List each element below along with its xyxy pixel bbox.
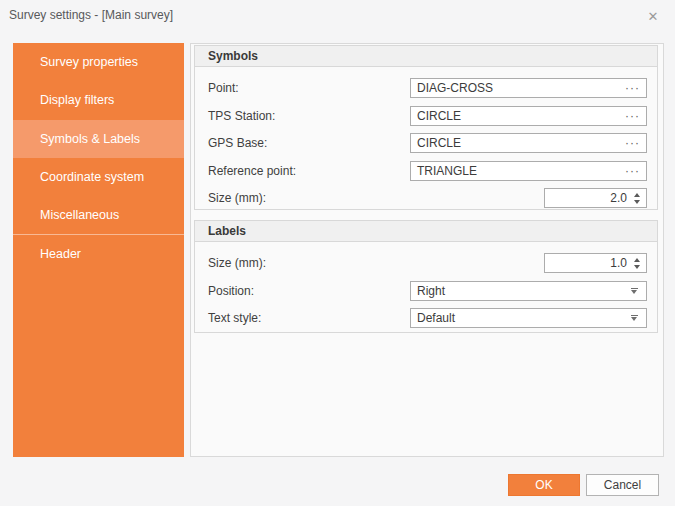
reference-point-label: Reference point: xyxy=(208,164,296,178)
sidebar-item-label: Header xyxy=(40,247,81,261)
point-label: Point: xyxy=(208,81,239,95)
sidebar-item-label: Display filters xyxy=(40,93,114,107)
point-symbol-value: DIAG-CROSS xyxy=(411,81,625,95)
label-size-stepper[interactable]: 1.0 xyxy=(544,253,647,273)
label-size-value: 1.0 xyxy=(545,256,631,270)
symbol-size-stepper[interactable]: 2.0 xyxy=(544,188,647,208)
cancel-button[interactable]: Cancel xyxy=(586,474,659,496)
settings-nav-sidebar: Survey properties Display filters Symbol… xyxy=(13,43,184,457)
ellipsis-icon[interactable]: ··· xyxy=(625,136,646,150)
ellipsis-icon[interactable]: ··· xyxy=(625,81,646,95)
symbol-size-value: 2.0 xyxy=(545,191,631,205)
symbols-group-body: Point: DIAG-CROSS ··· TPS Station: CIRCL… xyxy=(195,67,657,208)
labels-group: Labels Size (mm): 1.0 Position: xyxy=(194,220,658,333)
close-icon[interactable]: ✕ xyxy=(643,6,663,26)
settings-content-panel: Symbols Point: DIAG-CROSS ··· TPS Statio… xyxy=(190,43,664,457)
text-style-value: Default xyxy=(411,311,631,325)
spin-up-icon[interactable] xyxy=(634,193,640,197)
reference-point-symbol-row: Reference point: TRIANGLE ··· xyxy=(208,161,647,181)
gps-base-label: GPS Base: xyxy=(208,136,267,150)
reference-point-symbol-value: TRIANGLE xyxy=(411,164,625,178)
symbol-size-label: Size (mm): xyxy=(208,191,266,205)
survey-settings-dialog: Survey settings - [Main survey] ✕ Survey… xyxy=(0,0,675,506)
spinner-arrows xyxy=(634,193,640,204)
chevron-down-icon[interactable] xyxy=(631,315,639,321)
sidebar-item-miscellaneous[interactable]: Miscellaneous xyxy=(13,196,184,234)
sidebar-item-symbols-labels[interactable]: Symbols & Labels xyxy=(13,120,184,158)
spin-down-icon[interactable] xyxy=(634,200,640,204)
label-size-label: Size (mm): xyxy=(208,256,266,270)
label-position-label: Position: xyxy=(208,284,254,298)
titlebar: Survey settings - [Main survey] ✕ xyxy=(0,0,675,32)
ellipsis-icon[interactable]: ··· xyxy=(625,164,646,178)
chevron-down-icon[interactable] xyxy=(631,288,639,294)
text-style-dropdown[interactable]: Default xyxy=(410,308,647,328)
tps-station-symbol-row: TPS Station: CIRCLE ··· xyxy=(208,106,647,126)
sidebar-item-label: Symbols & Labels xyxy=(40,132,140,146)
gps-base-symbol-row: GPS Base: CIRCLE ··· xyxy=(208,133,647,153)
symbol-size-row: Size (mm): 2.0 xyxy=(208,188,647,208)
label-position-row: Position: Right xyxy=(208,281,647,301)
sidebar-item-label: Coordinate system xyxy=(40,170,144,184)
sidebar-item-label: Survey properties xyxy=(40,55,138,69)
text-style-row: Text style: Default xyxy=(208,308,647,328)
tps-station-label: TPS Station: xyxy=(208,109,275,123)
labels-group-title: Labels xyxy=(195,221,657,242)
tps-station-symbol-value: CIRCLE xyxy=(411,109,625,123)
spin-up-icon[interactable] xyxy=(634,258,640,262)
label-position-dropdown[interactable]: Right xyxy=(410,281,647,301)
sidebar-item-survey-properties[interactable]: Survey properties xyxy=(13,43,184,81)
point-symbol-picker[interactable]: DIAG-CROSS ··· xyxy=(410,78,647,98)
spin-down-icon[interactable] xyxy=(634,265,640,269)
gps-base-symbol-value: CIRCLE xyxy=(411,136,625,150)
label-size-row: Size (mm): 1.0 xyxy=(208,253,647,273)
gps-base-symbol-picker[interactable]: CIRCLE ··· xyxy=(410,133,647,153)
sidebar-item-label: Miscellaneous xyxy=(40,208,119,222)
ok-button[interactable]: OK xyxy=(508,474,580,496)
symbols-group: Symbols Point: DIAG-CROSS ··· TPS Statio… xyxy=(194,45,658,210)
dialog-title: Survey settings - [Main survey] xyxy=(9,8,173,22)
reference-point-symbol-picker[interactable]: TRIANGLE ··· xyxy=(410,161,647,181)
symbols-group-title: Symbols xyxy=(195,46,657,67)
text-style-label: Text style: xyxy=(208,311,261,325)
spinner-arrows xyxy=(634,258,640,269)
labels-group-body: Size (mm): 1.0 Position: Right xyxy=(195,242,657,328)
ellipsis-icon[interactable]: ··· xyxy=(625,109,646,123)
sidebar-item-header[interactable]: Header xyxy=(13,234,184,272)
point-symbol-row: Point: DIAG-CROSS ··· xyxy=(208,78,647,98)
label-position-value: Right xyxy=(411,284,631,298)
tps-station-symbol-picker[interactable]: CIRCLE ··· xyxy=(410,106,647,126)
sidebar-item-coordinate-system[interactable]: Coordinate system xyxy=(13,158,184,196)
sidebar-item-display-filters[interactable]: Display filters xyxy=(13,81,184,119)
